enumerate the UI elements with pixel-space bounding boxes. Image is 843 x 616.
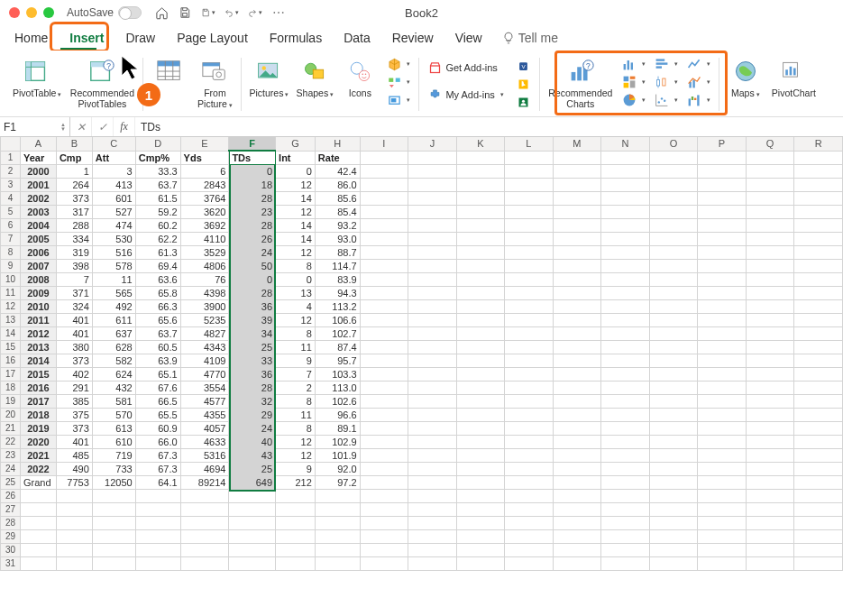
cell[interactable] <box>794 544 843 557</box>
cell[interactable]: 385 <box>56 395 92 409</box>
cell[interactable] <box>553 287 601 300</box>
cell[interactable] <box>601 503 650 517</box>
cell[interactable] <box>505 530 554 544</box>
cell[interactable] <box>505 368 554 382</box>
column-header-K[interactable]: K <box>456 137 505 151</box>
cell[interactable]: 14 <box>276 233 316 246</box>
cell[interactable] <box>698 422 747 436</box>
cell[interactable] <box>360 490 408 503</box>
cell[interactable]: 67.3 <box>135 463 180 476</box>
cell[interactable]: 2007 <box>20 260 56 273</box>
cell[interactable]: 432 <box>92 382 135 395</box>
cell[interactable]: 12 <box>276 179 316 192</box>
cell[interactable] <box>794 273 843 287</box>
cell[interactable] <box>229 557 276 571</box>
cell[interactable]: Att <box>92 151 135 165</box>
cell[interactable] <box>746 368 794 382</box>
column-chart-button[interactable]: ▾ <box>619 56 648 72</box>
cell[interactable] <box>276 530 316 544</box>
cell[interactable]: 5235 <box>180 314 229 327</box>
row-header[interactable]: 20 <box>1 409 21 422</box>
cell[interactable] <box>276 490 316 503</box>
cell[interactable]: 59.2 <box>135 206 180 219</box>
cell[interactable] <box>649 530 698 544</box>
cell[interactable] <box>698 436 747 449</box>
cell[interactable]: 2011 <box>20 314 56 327</box>
cell[interactable] <box>601 246 650 260</box>
cell[interactable] <box>456 273 505 287</box>
cell[interactable] <box>315 530 360 544</box>
cell[interactable] <box>456 368 505 382</box>
cell[interactable] <box>746 409 794 422</box>
cell[interactable]: 578 <box>92 260 135 273</box>
cell[interactable]: 398 <box>56 260 92 273</box>
from-picture-button[interactable]: From Picture▾ <box>194 54 235 109</box>
cell[interactable] <box>135 490 180 503</box>
cell[interactable] <box>794 179 843 192</box>
cell[interactable] <box>601 490 650 503</box>
cell[interactable] <box>505 165 554 179</box>
cell[interactable]: 3 <box>92 165 135 179</box>
cell[interactable]: 610 <box>92 436 135 449</box>
cell[interactable] <box>92 490 135 503</box>
visio-button[interactable]: V <box>514 58 534 74</box>
cell[interactable]: 36 <box>229 300 276 314</box>
cell[interactable]: 97.2 <box>315 476 360 490</box>
row-header[interactable]: 16 <box>1 354 21 368</box>
cell[interactable]: TDs <box>229 151 276 165</box>
cell[interactable]: 93.0 <box>315 233 360 246</box>
cell[interactable] <box>649 206 698 219</box>
cell[interactable]: Grand <box>20 476 56 490</box>
cell[interactable] <box>315 544 360 557</box>
cell[interactable] <box>408 436 457 449</box>
cell[interactable] <box>698 341 747 354</box>
cell[interactable]: 23 <box>229 206 276 219</box>
row-header[interactable]: 22 <box>1 436 21 449</box>
cell[interactable] <box>553 517 601 530</box>
cell[interactable] <box>360 557 408 571</box>
cell[interactable] <box>794 368 843 382</box>
cell[interactable]: 733 <box>92 463 135 476</box>
redo-icon[interactable]: ▾ <box>248 5 262 20</box>
cell[interactable]: 25 <box>229 341 276 354</box>
column-header-M[interactable]: M <box>553 137 601 151</box>
cell[interactable] <box>456 557 505 571</box>
cell[interactable] <box>92 530 135 544</box>
cell[interactable]: 65.5 <box>135 409 180 422</box>
cell[interactable]: 516 <box>92 246 135 260</box>
cell[interactable] <box>601 300 650 314</box>
cell[interactable] <box>698 273 747 287</box>
cell[interactable]: 60.5 <box>135 341 180 354</box>
cell[interactable]: 39 <box>229 314 276 327</box>
cell[interactable] <box>553 206 601 219</box>
cell[interactable]: 103.3 <box>315 368 360 382</box>
cell[interactable] <box>553 476 601 490</box>
cancel-icon[interactable]: ✕ <box>70 117 92 136</box>
cell[interactable] <box>794 409 843 422</box>
column-header-L[interactable]: L <box>505 137 554 151</box>
cell[interactable] <box>649 517 698 530</box>
cell[interactable] <box>456 341 505 354</box>
cell[interactable]: 93.2 <box>315 219 360 233</box>
cell[interactable] <box>553 382 601 395</box>
cell[interactable] <box>553 530 601 544</box>
cell[interactable]: 69.4 <box>135 260 180 273</box>
column-header-R[interactable]: R <box>794 137 843 151</box>
undo-icon[interactable]: ▾ <box>224 5 239 20</box>
bar-chart-button[interactable]: ▾ <box>652 56 681 72</box>
cell[interactable] <box>456 233 505 246</box>
cell[interactable] <box>601 368 650 382</box>
save-dropdown-icon[interactable]: ▾ <box>201 5 215 20</box>
cell[interactable]: 9 <box>276 463 316 476</box>
cell[interactable]: 2010 <box>20 300 56 314</box>
cell[interactable]: 2017 <box>20 395 56 409</box>
cell[interactable] <box>649 382 698 395</box>
cell[interactable] <box>456 287 505 300</box>
cell[interactable]: 2021 <box>20 449 56 463</box>
shapes-button[interactable]: Shapes▾ <box>294 54 335 108</box>
smartart-button[interactable]: ▾ <box>384 74 413 90</box>
cell[interactable]: 3620 <box>180 206 229 219</box>
cell[interactable]: 291 <box>56 382 92 395</box>
cell[interactable] <box>649 233 698 246</box>
cell[interactable]: 628 <box>92 341 135 354</box>
